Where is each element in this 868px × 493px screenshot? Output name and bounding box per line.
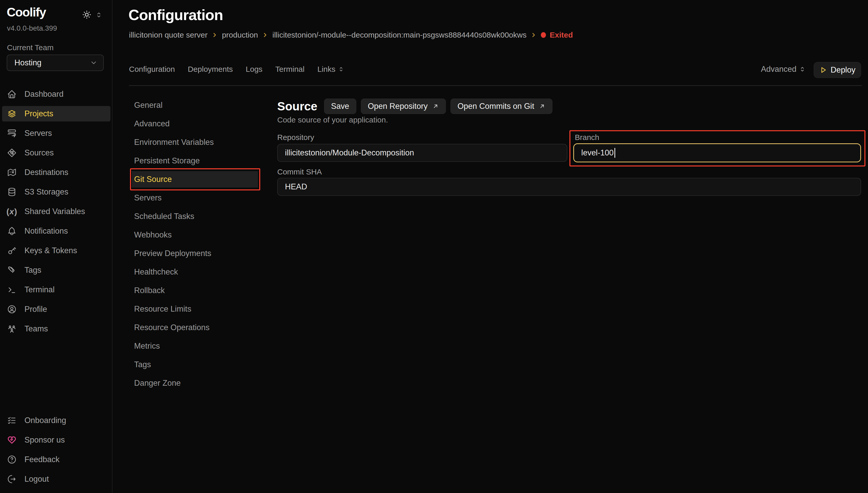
deploy-button[interactable]: Deploy [814,62,861,78]
subnav-label: Resource Operations [134,323,210,332]
subnav-label: Servers [134,193,162,202]
sidebar-item-label: Destinations [24,168,68,177]
app-logo: Coolify [7,5,46,19]
breadcrumb-project[interactable]: illicitonion quote server [129,30,208,39]
repository-input[interactable]: illicitestonion/Module-Decomposition [277,144,567,162]
bell-icon [7,226,17,236]
subnav-item-environment-variables[interactable]: Environment Variables [132,134,258,151]
sidebar-item-label: Profile [24,305,47,314]
sun-icon [81,9,92,20]
team-select-value: Hosting [15,58,41,67]
save-label: Save [331,102,349,111]
sidebar-item-label: Sources [24,148,54,157]
subnav-item-webhooks[interactable]: Webhooks [132,227,258,243]
sidebar-item-label: Tags [24,265,41,275]
subnav-item-metrics[interactable]: Metrics [132,338,258,354]
sidebar-item-destinations[interactable]: Destinations [2,165,110,180]
sidebar-item-label: Projects [24,109,53,119]
subnav-item-tags[interactable]: Tags [132,356,258,373]
subnav-item-advanced[interactable]: Advanced [132,115,258,132]
external-link-icon [539,103,546,110]
checklist-icon [7,415,17,425]
sidebar-item-projects[interactable]: Projects [2,106,110,122]
tab-configuration[interactable]: Configuration [129,65,175,73]
subnav-label: Tags [134,360,151,369]
theme-toggle-button[interactable] [81,9,92,20]
advanced-dropdown[interactable]: Advanced [761,63,806,76]
app-version: v4.0.0-beta.399 [7,24,57,33]
status-dot-icon [541,32,546,38]
breadcrumb: illicitonion quote server production ill… [129,29,573,41]
branch-input[interactable]: level-100 [573,143,861,163]
open-repository-button[interactable]: Open Repository [361,99,446,114]
open-commits-button[interactable]: Open Commits on Git [450,99,552,114]
repository-label: Repository [277,133,314,142]
subnav-item-resource-limits[interactable]: Resource Limits [132,301,258,317]
tab-terminal[interactable]: Terminal [275,65,304,73]
sidebar-item-shared-variables[interactable]: (x) Shared Variables [2,204,110,219]
tab-links[interactable]: Links [317,65,345,73]
sidebar-item-logout[interactable]: Logout [2,471,110,487]
sidebar-item-profile[interactable]: Profile [2,302,110,317]
subnav-item-scheduled-tasks[interactable]: Scheduled Tasks [132,208,258,224]
sidebar-item-onboarding[interactable]: Onboarding [2,413,110,428]
map-icon [7,168,17,177]
tab-bar: Configuration Deployments Logs Terminal … [129,63,345,76]
subnav-item-git-source[interactable]: Git Source [132,171,258,188]
sidebar-item-keys-tokens[interactable]: Keys & Tokens [2,243,110,258]
breadcrumb-application[interactable]: illicitestonion/-module--decomposition:m… [272,30,526,39]
tab-logs[interactable]: Logs [246,65,262,73]
sidebar-item-tags[interactable]: Tags [2,262,110,278]
subnav-label: Healthcheck [134,267,178,277]
sidebar-item-terminal[interactable]: Terminal [2,282,110,297]
save-button[interactable]: Save [324,99,356,114]
subnav-item-resource-operations[interactable]: Resource Operations [132,319,258,336]
chevron-down-icon [90,59,98,67]
tab-deployments[interactable]: Deployments [188,65,233,73]
subnav-label: Rollback [134,286,165,295]
sidebar-item-sources[interactable]: Sources [2,145,110,160]
subnav-label: Advanced [134,119,170,128]
breadcrumb-environment[interactable]: production [222,30,258,39]
subnav-item-rollback[interactable]: Rollback [132,282,258,299]
subnav-label: Persistent Storage [134,156,200,166]
heart-icon [7,435,17,445]
subnav-label: Environment Variables [134,138,214,147]
section-description: Code source of your application. [277,115,388,124]
commit-sha-input[interactable]: HEAD [277,178,861,196]
source-section-header: Source Save Open Repository Open Commits… [277,99,552,114]
subnav-item-preview-deployments[interactable]: Preview Deployments [132,245,258,262]
variables-icon: (x) [7,207,17,216]
server-icon [7,128,17,138]
subnav-item-general[interactable]: General [132,97,258,113]
team-select[interactable]: Hosting [7,55,104,71]
sidebar-item-sponsor-us[interactable]: Sponsor us [2,432,110,448]
subnav-label: Metrics [134,341,160,351]
chevron-right-icon [530,31,537,38]
sidebar-item-notifications[interactable]: Notifications [2,223,110,239]
terminal-icon [7,285,17,295]
text-cursor [614,148,615,158]
tab-label: Links [317,65,335,73]
chevron-right-icon [211,31,218,38]
theme-selector-icon[interactable] [95,11,103,19]
subnav-item-servers[interactable]: Servers [132,190,258,206]
subnav-item-healthcheck[interactable]: Healthcheck [132,264,258,280]
help-icon [7,455,17,465]
sidebar-item-servers[interactable]: Servers [2,126,110,141]
tab-label: Logs [246,65,262,73]
sidebar-item-feedback[interactable]: Feedback [2,452,110,467]
status-badge: Exited [541,30,573,39]
sidebar-item-label: Sponsor us [24,435,65,445]
sidebar-item-teams[interactable]: Teams [2,321,110,337]
sidebar-item-label: Onboarding [24,416,66,425]
sidebar-item-label: S3 Storages [24,187,68,197]
sidebar-item-s3-storages[interactable]: S3 Storages [2,184,110,200]
section-title: Source [277,99,317,113]
subnav-label: Webhooks [134,230,172,239]
subnav-item-danger-zone[interactable]: Danger Zone [132,375,258,391]
sidebar-item-dashboard[interactable]: Dashboard [2,86,110,102]
subnav-item-persistent-storage[interactable]: Persistent Storage [132,153,258,169]
team-icon [7,324,17,334]
tab-label: Configuration [129,65,175,73]
